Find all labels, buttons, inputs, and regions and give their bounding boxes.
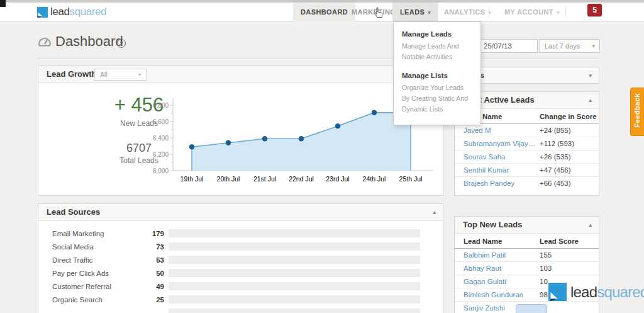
data-point [372,110,377,115]
lead-name-link[interactable]: Senthil Kumar [464,166,509,174]
top-navbar: leadsquared DASHBOARD MARKETING LEADS▾ A… [0,3,644,21]
header-divider [38,58,599,59]
lead-source-value: 73 [139,243,164,251]
collapse-chevron-icon[interactable]: ▴ [589,92,592,108]
brand-logo: leadsquared [37,6,106,18]
menu-item-manage-leads[interactable]: Manage Leads Manage Leads And Notable Ac… [402,30,472,63]
y-axis-label: 6,800 [153,102,169,109]
bar-track [169,256,420,264]
lead-source-row: Organic Search25 [38,293,443,307]
y-axis-label: 6,000 [153,168,169,174]
data-point [299,136,304,141]
collapse-chevron-icon[interactable]: ▴ [433,204,436,220]
lead-value: 103 [540,265,552,272]
top-new-leads-header: Top New Leads ▴ [455,217,599,234]
date-range-select[interactable]: Last 7 days▾ [540,39,600,53]
table-row: Javed M+24 (855) [455,124,599,137]
column-header-name: Lead Name [464,237,502,245]
caret-down-icon: ▾ [557,9,560,16]
lead-source-value: 50 [139,270,164,277]
panel-title: Top New Leads [463,220,522,229]
lead-name-link[interactable]: Gagan Gulati [464,278,506,285]
lead-value: +66 (453) [540,179,571,187]
data-point [226,140,231,145]
lead-source-value: 179 [139,230,164,237]
collapse-chevron-icon[interactable]: ▴ [589,217,592,233]
x-axis-label: 25th Jul [399,175,423,183]
nav-item-my-account[interactable]: MY ACCOUNT▾ [497,3,567,21]
x-axis-label: 24th Jul [363,175,386,183]
lead-source-value: 53 [139,256,164,264]
x-axis-label: 22nd Jul [289,175,314,183]
lead-value: 98 [540,291,548,299]
bar-track [169,295,420,304]
y-axis-label: 6,400 [153,135,169,142]
lead-name-link[interactable]: Bimlesh Gundurao [464,291,523,299]
lead-source-label: Organic Search [52,296,103,304]
lead-name-link[interactable]: Brajesh Pandey [464,179,514,187]
nav-item-leads[interactable]: LEADS▾ [392,3,438,21]
lead-value: +112 (593) [540,140,574,147]
menu-item-title[interactable]: Manage Lists [402,72,472,79]
column-header-value: Change in Score [540,113,597,120]
lead-growth-panel-header: Lead Growth All▾ [38,66,443,83]
mouse-cursor-hand [373,7,384,19]
data-point [189,144,194,149]
menu-item-description: Organize Your Leads By Creating Static A… [402,83,472,115]
lead-name-link[interactable]: Sourav Saha [464,153,506,161]
data-point [335,123,340,128]
x-axis-label: 23rd Jul [326,175,349,183]
lead-source-label: Customer Referral [52,283,111,290]
lead-growth-panel: Lead Growth All▾ + 456 New Leads 6707 To… [38,65,443,196]
area-fill [192,113,411,171]
lead-source-value: 25 [139,296,164,304]
table-row: Brajesh Pandey+66 (453) [455,177,599,190]
menu-item-description: Manage Leads And Notable Activities [402,41,472,63]
lead-growth-filter-select[interactable]: All▾ [94,69,147,81]
table-column-headers: Lead NameLead Score [455,234,599,249]
caret-down-icon: ▾ [428,9,431,16]
lead-source-label: Social Media [52,243,94,251]
lead-value: 155 [540,251,552,259]
bar-track [169,269,420,277]
leadsquared-watermark-logo: leadsquared [548,283,644,301]
leadsquared-logo-icon [37,7,48,18]
dashboard-gauge-icon [38,35,52,49]
lead-name-link[interactable]: Sanjiv Zutshi [464,304,505,312]
help-icon[interactable]: ? [117,39,126,48]
lead-source-row: Pay per Click Ads50 [38,267,443,280]
table-row: Abhay Raut103 [455,262,599,275]
feedback-tab[interactable]: Feedback [630,88,644,136]
bar-track [169,229,420,237]
lead-name-link[interactable]: Balbhim Patil [464,251,506,259]
table-row: Balbhim Patil155 [455,249,599,262]
leadsquared-logo-icon [548,283,567,301]
lead-name-link[interactable]: Abhay Raut [464,265,501,272]
expand-chevron-icon[interactable]: ▾ [589,67,592,84]
lead-source-row: Social Media73 [38,241,443,254]
lead-value: +47 (456) [540,166,571,174]
lead-name-link[interactable]: Subramanyam Vijayanaga... [464,140,536,147]
bar-track [169,282,420,290]
lead-value: +24 (855) [540,127,571,134]
caret-down-icon: ▾ [592,40,595,52]
lead-source-row-partial [38,307,443,313]
partial-tooltip-box[interactable] [516,304,547,313]
lead-source-row: Email Marketing179 [38,227,443,241]
leads-dropdown-menu: Manage Leads Manage Leads And Notable Ac… [393,21,481,125]
x-axis-label: 20th Jul [217,175,240,183]
column-header-value: Lead Score [540,237,579,245]
menu-item-manage-lists[interactable]: Manage Lists Organize Your Leads By Crea… [402,72,472,115]
notification-badge[interactable]: 5 [587,4,602,16]
bar-track [169,309,420,313]
brand-name: leadsquared [50,6,106,18]
lead-source-row: Customer Referral49 [38,280,443,293]
table-row: Subramanyam Vijayanaga...+112 (593) [455,137,599,151]
watermark-brand-name: leadsquared [570,283,644,301]
lead-name-link[interactable]: Javed M [464,127,491,134]
menu-item-title[interactable]: Manage Leads [402,30,472,38]
bar-track [169,242,420,251]
date-input[interactable] [479,39,538,53]
nav-item-analytics[interactable]: ANALYTICS▾ [436,3,499,21]
lead-source-row: Direct Traffic53 [38,254,443,267]
